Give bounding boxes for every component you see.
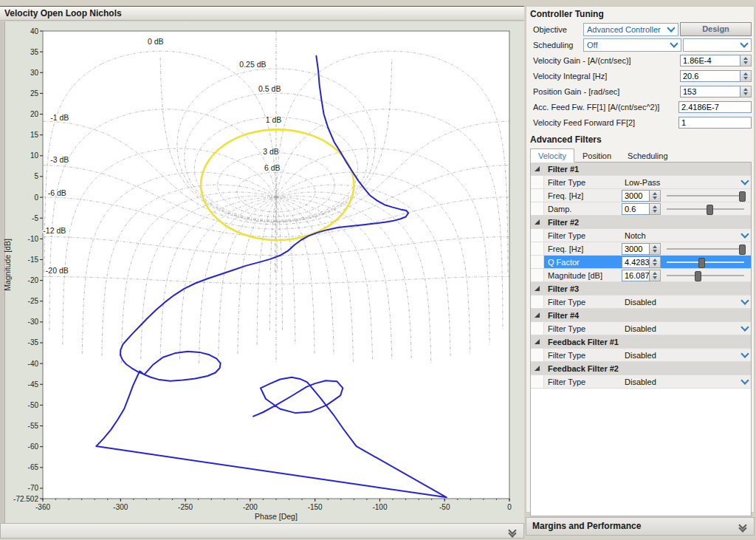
spinner-up-icon[interactable] xyxy=(653,272,657,275)
group-expander[interactable] xyxy=(531,362,544,375)
x-tick-label: 0 xyxy=(507,503,512,511)
spinner-down-icon[interactable] xyxy=(653,210,657,213)
spinner-up-icon[interactable] xyxy=(743,88,748,91)
filter-value-slider[interactable] xyxy=(667,191,744,201)
filter-value-slider[interactable] xyxy=(667,257,744,267)
combo-value: Off xyxy=(587,41,669,49)
filter-value-slider[interactable] xyxy=(667,270,744,281)
spinner-buttons[interactable] xyxy=(740,86,752,98)
objective-combobox[interactable]: Advanced Controller xyxy=(583,23,678,36)
contour-label: -1 dB xyxy=(50,113,69,122)
spinner-down-icon[interactable] xyxy=(743,61,748,64)
filter-group-spacer xyxy=(622,335,751,348)
spinner-buttons[interactable] xyxy=(740,55,752,66)
filter-param-row[interactable]: Filter TypeLow-Pass xyxy=(531,176,751,189)
row-gutter xyxy=(531,189,544,202)
double-chevron-down-icon[interactable] xyxy=(509,527,517,536)
spinner-up-icon[interactable] xyxy=(653,245,657,248)
spinner-buttons[interactable] xyxy=(650,203,661,215)
filter-param-value: Notch xyxy=(622,229,751,242)
spinner-buttons[interactable] xyxy=(650,256,661,268)
filter-group-header[interactable]: Feedback Filter #1 xyxy=(531,335,751,349)
filter-type-combobox[interactable]: Disabled xyxy=(622,377,749,386)
group-expander[interactable] xyxy=(531,282,544,295)
spinner-down-icon[interactable] xyxy=(743,92,748,95)
filter-value-input[interactable]: 0.6 xyxy=(622,203,650,215)
spinner-down-icon[interactable] xyxy=(653,263,657,266)
spinner-down-icon[interactable] xyxy=(653,196,657,199)
filter-group-header[interactable]: Filter #2 xyxy=(531,216,751,229)
tab-velocity[interactable]: Velocity xyxy=(530,148,574,163)
spinner-up-icon[interactable] xyxy=(743,72,748,75)
filter-param-row[interactable]: Filter TypeDisabled xyxy=(531,375,751,389)
gain-value-input[interactable]: 20.6 xyxy=(680,70,740,82)
slider-thumb[interactable] xyxy=(739,245,746,255)
filter-type-combobox[interactable]: Disabled xyxy=(622,351,749,360)
filter-param-row[interactable]: Magnitude [dB]16.087 xyxy=(531,269,751,282)
spinner-up-icon[interactable] xyxy=(653,192,657,195)
slider-thumb[interactable] xyxy=(739,191,746,202)
filter-param-row[interactable]: Freq. [Hz]3000 xyxy=(531,242,751,256)
filter-param-row[interactable]: Filter TypeDisabled xyxy=(531,295,751,309)
spinner-up-icon[interactable] xyxy=(653,259,657,262)
dropdown-chevron-icon xyxy=(670,39,678,47)
design-button[interactable]: Design xyxy=(680,22,752,36)
gain-value-input[interactable]: 153 xyxy=(680,86,740,98)
spinner-buttons[interactable] xyxy=(650,270,661,281)
margins-and-performance-bar[interactable]: Margins and Performance xyxy=(526,517,755,536)
filter-value-slider[interactable] xyxy=(667,244,744,254)
filter-param-row[interactable]: Freq. [Hz]3000 xyxy=(531,189,751,202)
y-axis-label: Magnitude [dB] xyxy=(3,239,12,291)
spinner-down-icon[interactable] xyxy=(653,250,657,253)
controller-row-label: Scheduling xyxy=(533,41,583,49)
filter-param-row[interactable]: Filter TypeDisabled xyxy=(531,322,751,335)
filter-param-row[interactable]: Damp.0.6 xyxy=(531,202,751,216)
filter-group-header[interactable]: Filter #4 xyxy=(531,309,751,322)
filter-param-row[interactable]: Q Factor4.4283 xyxy=(531,256,751,269)
scheduling-combobox[interactable]: Off xyxy=(583,38,681,52)
spinner-down-icon[interactable] xyxy=(743,77,748,80)
tab-position[interactable]: Position xyxy=(574,148,619,163)
gain-value-input[interactable]: 1.86E-4 xyxy=(680,55,740,66)
double-chevron-down-icon[interactable] xyxy=(740,522,747,531)
group-expander[interactable] xyxy=(531,309,544,321)
tab-scheduling[interactable]: Scheduling xyxy=(619,148,676,163)
group-expander[interactable] xyxy=(531,163,544,175)
filter-value-input[interactable]: 4.4283 xyxy=(622,256,650,268)
filter-param-row[interactable]: Filter TypeNotch xyxy=(531,229,751,242)
spinner-buttons[interactable] xyxy=(650,243,661,255)
spinner-buttons[interactable] xyxy=(650,190,661,202)
filter-param-value: 3000 xyxy=(622,242,751,255)
filter-group-spacer xyxy=(622,282,751,295)
filter-group-header[interactable]: Filter #1 xyxy=(531,163,751,176)
group-expander[interactable] xyxy=(531,335,544,348)
filter-group-label: Feedback Filter #2 xyxy=(544,364,622,373)
gain-value-input[interactable]: 2.4186E-7 xyxy=(678,101,752,113)
spinner-up-icon[interactable] xyxy=(653,205,657,208)
group-expander[interactable] xyxy=(531,216,544,228)
spinner-up-icon[interactable] xyxy=(743,57,748,60)
spinner-down-icon[interactable] xyxy=(653,276,657,279)
filter-value-input[interactable]: 3000 xyxy=(622,190,650,202)
filter-type-combobox[interactable]: Disabled xyxy=(622,298,749,307)
filter-param-value: Disabled xyxy=(622,375,751,388)
slider-thumb[interactable] xyxy=(695,271,701,281)
filter-param-row[interactable]: Filter TypeDisabled xyxy=(531,349,751,362)
spinner-buttons[interactable] xyxy=(740,70,752,82)
gain-value-input[interactable]: 1 xyxy=(678,117,752,129)
filter-value-input[interactable]: 3000 xyxy=(622,243,650,255)
plot-collapse-strip[interactable] xyxy=(0,523,524,539)
scheduling-secondary-combobox[interactable] xyxy=(683,38,752,52)
filter-group-header[interactable]: Filter #3 xyxy=(531,282,751,295)
slider-thumb[interactable] xyxy=(707,205,713,215)
filter-type-combobox[interactable]: Notch xyxy=(622,231,749,240)
filter-param-label: Magnitude [dB] xyxy=(544,271,622,280)
filter-type-combobox[interactable]: Low-Pass xyxy=(622,178,749,187)
slider-thumb[interactable] xyxy=(698,258,705,268)
filter-value-slider[interactable] xyxy=(667,204,744,214)
filter-param-label: Freq. [Hz] xyxy=(544,245,622,253)
filter-group-header[interactable]: Feedback Filter #2 xyxy=(531,362,751,375)
filter-value-input[interactable]: 16.087 xyxy=(622,270,650,281)
filter-type-combobox[interactable]: Disabled xyxy=(622,324,749,333)
filter-grid: Filter #1Filter TypeLow-PassFreq. [Hz]30… xyxy=(530,162,752,516)
